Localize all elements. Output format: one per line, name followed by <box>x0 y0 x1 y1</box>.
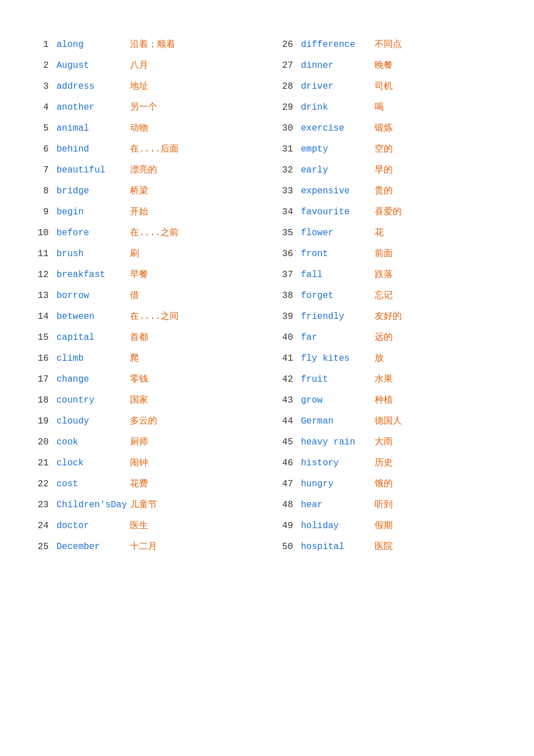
vocab-row: 2August八月 <box>23 55 267 76</box>
vocab-english: holiday <box>301 521 375 531</box>
vocab-english: friendly <box>301 312 375 322</box>
vocab-row: 11brush刷 <box>23 243 267 264</box>
vocab-row: 37fall跌落 <box>267 264 512 285</box>
vocab-row: 43grow种植 <box>267 390 512 411</box>
vocab-number: 45 <box>273 437 293 447</box>
vocab-number: 21 <box>28 458 49 468</box>
vocab-number: 22 <box>28 479 49 489</box>
vocab-english: driver <box>301 81 375 92</box>
vocab-english: another <box>57 102 130 113</box>
vocab-english: December <box>57 542 130 552</box>
vocab-row: 1along沿着；顺着 <box>23 34 267 55</box>
vocab-english: borrow <box>57 291 130 301</box>
vocab-row: 49holiday假期 <box>267 515 512 536</box>
vocab-number: 50 <box>273 542 293 552</box>
vocab-number: 8 <box>28 186 49 196</box>
vocab-number: 42 <box>273 374 293 385</box>
vocab-chinese: 闹钟 <box>130 457 148 469</box>
vocab-english: begin <box>57 207 130 217</box>
vocab-row: 44German德国人 <box>267 411 512 431</box>
vocab-row: 34favourite喜爱的 <box>267 201 512 222</box>
vocab-number: 25 <box>28 542 49 552</box>
vocab-english: along <box>57 40 130 50</box>
vocab-row: 26difference不同点 <box>267 34 512 55</box>
vocab-row: 41fly kites放 <box>267 348 512 369</box>
vocab-row: 8bridge桥梁 <box>23 180 267 201</box>
vocab-chinese: 锻炼 <box>375 122 393 134</box>
vocab-number: 36 <box>273 249 293 259</box>
vocab-english: fall <box>301 270 375 280</box>
vocab-number: 19 <box>28 416 49 426</box>
vocab-number: 24 <box>28 521 49 531</box>
vocab-number: 6 <box>28 144 49 154</box>
vocab-number: 35 <box>273 228 293 238</box>
vocab-row: 40far远的 <box>267 327 512 348</box>
vocab-number: 49 <box>273 521 293 531</box>
vocab-row: 38forget忘记 <box>267 285 512 306</box>
vocab-chinese: 医院 <box>375 541 393 552</box>
vocab-english: early <box>301 165 375 175</box>
vocab-number: 1 <box>28 40 49 50</box>
vocab-row: 27dinner晚餐 <box>267 55 512 76</box>
vocab-chinese: 刷 <box>130 248 139 260</box>
vocab-row: 50hospital医院 <box>267 536 512 557</box>
vocab-number: 40 <box>273 332 293 343</box>
vocab-english: fly kites <box>301 353 375 364</box>
vocab-row: 47hungry饿的 <box>267 473 512 494</box>
vocab-number: 33 <box>273 186 293 196</box>
vocab-number: 17 <box>28 374 49 385</box>
vocab-chinese: 空的 <box>375 143 393 155</box>
vocab-row: 48hear听到 <box>267 494 512 515</box>
vocab-row: 22cost花费 <box>23 473 267 494</box>
vocab-english: dinner <box>301 61 375 71</box>
vocab-chinese: 国家 <box>130 394 148 406</box>
vocab-english: cloudy <box>57 416 130 426</box>
vocab-number: 4 <box>28 102 49 113</box>
vocab-chinese: 放 <box>375 352 384 364</box>
vocab-chinese: 司机 <box>375 80 393 92</box>
vocab-english: behind <box>57 144 130 154</box>
vocab-number: 38 <box>273 291 293 301</box>
vocab-english: hear <box>301 500 375 510</box>
vocab-chinese: 贵的 <box>375 185 393 197</box>
vocab-row: 21clock闹钟 <box>23 452 267 473</box>
vocab-row: 46history历史 <box>267 452 512 473</box>
vocab-english: before <box>57 228 130 238</box>
vocab-number: 39 <box>273 312 293 322</box>
vocab-english: exercise <box>301 123 375 133</box>
vocab-chinese: 爬 <box>130 352 139 364</box>
vocab-chinese: 跌落 <box>375 269 393 280</box>
vocab-chinese: 花费 <box>130 478 148 490</box>
vocab-number: 20 <box>28 437 49 447</box>
vocab-row: 10before在....之前 <box>23 222 267 243</box>
vocab-chinese: 沿着；顺着 <box>130 38 175 50</box>
right-column: 26difference不同点27dinner晚餐28driver司机29dri… <box>267 34 512 557</box>
vocab-chinese: 桥梁 <box>130 185 148 197</box>
vocab-row: 31empty空的 <box>267 139 512 159</box>
vocab-chinese: 在....后面 <box>130 143 179 155</box>
vocab-number: 10 <box>28 228 49 238</box>
vocab-english: forget <box>301 291 375 301</box>
vocab-english: address <box>57 81 130 92</box>
vocab-chinese: 早的 <box>375 164 393 176</box>
vocab-chinese: 地址 <box>130 80 148 92</box>
vocab-chinese: 零钱 <box>130 373 148 385</box>
vocab-number: 3 <box>28 81 49 92</box>
vocab-chinese: 开始 <box>130 206 148 218</box>
vocab-number: 46 <box>273 458 293 468</box>
vocab-row: 15capital首都 <box>23 327 267 348</box>
vocab-number: 44 <box>273 416 293 426</box>
vocab-chinese: 借 <box>130 290 139 301</box>
vocab-english: change <box>57 374 130 385</box>
vocab-english: country <box>57 395 130 405</box>
vocab-english: grow <box>301 395 375 405</box>
vocab-number: 29 <box>273 102 293 113</box>
vocab-row: 33expensive贵的 <box>267 180 512 201</box>
vocab-row: 42fruit水果 <box>267 369 512 390</box>
vocab-english: hungry <box>301 479 375 489</box>
vocab-chinese: 友好的 <box>375 310 402 322</box>
vocab-number: 41 <box>273 353 293 364</box>
vocab-row: 23Children'sDay儿童节 <box>23 494 267 515</box>
vocab-row: 32early早的 <box>267 159 512 180</box>
vocab-english: heavy rain <box>301 437 375 447</box>
